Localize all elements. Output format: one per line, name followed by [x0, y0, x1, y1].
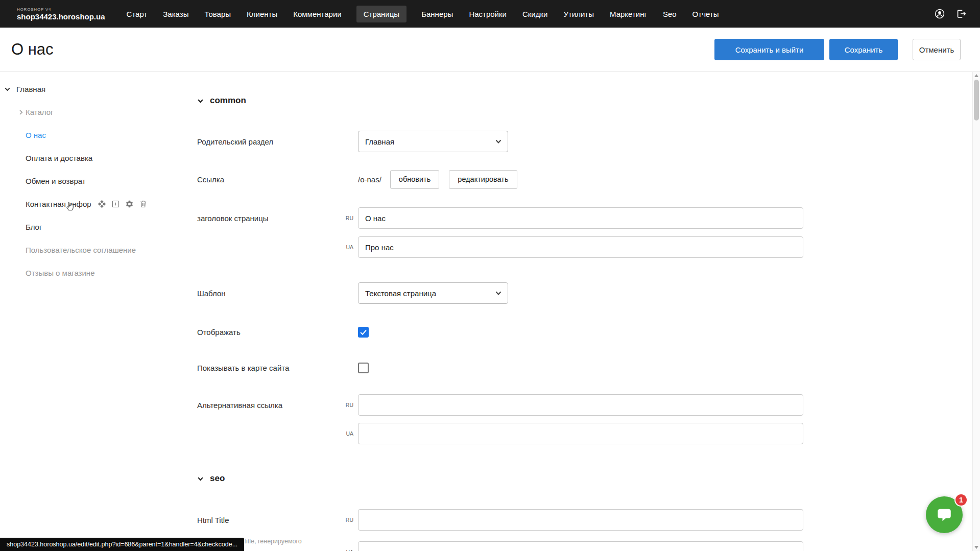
field-page-title-ua: UA [197, 236, 803, 258]
sidebar-item-home[interactable]: Главная [0, 78, 179, 101]
scroll-down-arrow-icon[interactable] [974, 546, 978, 549]
check-icon [359, 328, 368, 337]
row-action-icons [98, 200, 148, 208]
status-url: shop34423.horoshop.ua/edit/edit.php?id=6… [7, 541, 237, 548]
sidebar-item-store-reviews[interactable]: Отзывы о магазине [0, 261, 179, 284]
chevron-right-icon[interactable] [18, 109, 24, 115]
lang-ru-badge: RU [340, 215, 358, 221]
field-template: Шаблон Текстовая страница [197, 282, 803, 304]
chat-unread-badge: 1 [954, 493, 968, 507]
html-title-ua-input[interactable] [358, 541, 803, 551]
menu-products[interactable]: Товары [203, 6, 232, 22]
save-button[interactable]: Сохранить [829, 39, 898, 60]
alt-link-ua-input[interactable] [358, 423, 803, 444]
page-title-ru-input[interactable] [358, 207, 803, 229]
link-path: /o-nas/ [358, 175, 381, 184]
html-title-ru-input[interactable] [358, 509, 803, 531]
save-exit-button[interactable]: Сохранить и выйти [714, 39, 824, 60]
sidebar-item-label: О нас [26, 131, 46, 139]
page-header: О нас Сохранить и выйти Сохранить Отмени… [0, 28, 980, 72]
page-title-ua-input[interactable] [358, 236, 803, 258]
field-show-in-sitemap: Показывать в карте сайта [197, 357, 803, 378]
parent-section-select[interactable]: Главная [358, 131, 508, 152]
field-label: Шаблон [197, 289, 358, 298]
sidebar-item-label: Пользовательское соглашение [26, 246, 136, 254]
scroll-up-arrow-icon[interactable] [974, 74, 978, 77]
field-html-title-ua: UA [197, 541, 803, 551]
menu-discounts[interactable]: Скидки [521, 6, 548, 22]
account-icon[interactable] [934, 8, 945, 19]
field-page-title-ru: заголовок страницы RU [197, 207, 803, 229]
field-alt-link-ua: UA [197, 423, 803, 444]
section-common[interactable]: common [197, 93, 246, 108]
field-html-title-ru: Html Title Полная замена title, генериру… [197, 509, 803, 531]
section-seo[interactable]: seo [197, 471, 225, 486]
lang-ru-badge: RU [340, 517, 358, 523]
field-parent-section: Родительский раздел Главная [197, 131, 803, 152]
field-alt-link-ru: Альтернативная ссылка RU [197, 394, 803, 416]
chevron-down-icon [197, 475, 204, 482]
sidebar-item-blog[interactable]: Блог [0, 215, 179, 238]
sitemap-checkbox[interactable] [358, 363, 369, 373]
template-select[interactable]: Текстовая страница [358, 282, 508, 304]
menu-orders[interactable]: Заказы [162, 6, 189, 22]
sidebar-item-catalog[interactable]: Каталог [0, 101, 179, 124]
lang-ua-badge: UA [340, 549, 358, 551]
sidebar-item-label: Обмен и возврат [26, 177, 86, 185]
topbar: HOROSHOP V4 shop34423.horoshop.ua Старт … [0, 0, 980, 28]
section-title: common [210, 95, 246, 106]
topbar-icons [934, 0, 967, 28]
menu-reports[interactable]: Отчеты [691, 6, 720, 22]
chevron-down-icon[interactable] [4, 86, 11, 93]
sidebar-item-label: Каталог [26, 108, 54, 116]
scrollbar-thumb[interactable] [974, 80, 979, 121]
menu-utilities[interactable]: Утилиты [562, 6, 595, 22]
cancel-button[interactable]: Отменить [913, 39, 961, 60]
main-menu: Старт Заказы Товары Клиенты Комментарии … [126, 6, 720, 22]
vertical-scrollbar[interactable] [972, 72, 980, 551]
alt-link-ru-input[interactable] [358, 394, 803, 416]
page-edit-form: common Родительский раздел Главная Ссылк… [179, 72, 972, 551]
sidebar-item-exchange-return[interactable]: Обмен и возврат [0, 170, 179, 193]
menu-start[interactable]: Старт [126, 6, 149, 22]
field-label: заголовок страницы [197, 214, 340, 223]
chevron-down-icon [197, 98, 204, 104]
section-title: seo [210, 473, 225, 484]
lang-ua-badge: UA [340, 244, 358, 250]
menu-settings[interactable]: Настройки [468, 6, 508, 22]
sidebar-item-label: Отзывы о магазине [26, 269, 94, 277]
logo-version: HOROSHOP V4 [17, 7, 105, 12]
sidebar-item-about[interactable]: О нас [0, 124, 179, 147]
menu-clients[interactable]: Клиенты [246, 6, 278, 22]
chevron-down-icon [495, 138, 501, 145]
menu-banners[interactable]: Баннеры [420, 6, 454, 22]
settings-icon[interactable] [125, 200, 134, 208]
sidebar: Главная Каталог О нас Оплата и доставка … [0, 72, 179, 551]
display-checkbox[interactable] [358, 327, 369, 338]
select-value: Главная [365, 137, 394, 146]
logo-domain: shop34423.horoshop.ua [17, 12, 105, 21]
sidebar-item-user-agreement[interactable]: Пользовательское соглашение [0, 238, 179, 261]
field-label: Html Title Полная замена title, генериру… [197, 516, 340, 524]
edit-link-button[interactable]: редактировать [449, 170, 517, 189]
lang-ua-badge: UA [340, 430, 358, 437]
delete-icon[interactable] [139, 200, 148, 208]
field-label: Альтернативная ссылка [197, 401, 340, 410]
move-icon[interactable] [98, 200, 106, 208]
chevron-down-icon [495, 290, 501, 296]
field-label: Отображать [197, 328, 358, 337]
menu-seo[interactable]: Seo [662, 6, 678, 22]
sidebar-item-payment-delivery[interactable]: Оплата и доставка [0, 147, 179, 170]
chat-icon [936, 506, 953, 523]
sidebar-item-contact-info[interactable]: Контактная инфор [0, 193, 179, 215]
logout-icon[interactable] [955, 8, 967, 19]
menu-comments[interactable]: Комментарии [292, 6, 342, 22]
menu-marketing[interactable]: Маркетинг [609, 6, 648, 22]
add-icon[interactable] [111, 200, 120, 208]
field-link: Ссылка /o-nas/ обновить редактировать [197, 169, 803, 190]
refresh-link-button[interactable]: обновить [390, 170, 439, 189]
sidebar-item-label: Блог [26, 223, 42, 231]
menu-pages[interactable]: Страницы [356, 6, 407, 22]
sidebar-item-label: Контактная инфор [26, 200, 91, 208]
logo[interactable]: HOROSHOP V4 shop34423.horoshop.ua [17, 7, 105, 21]
